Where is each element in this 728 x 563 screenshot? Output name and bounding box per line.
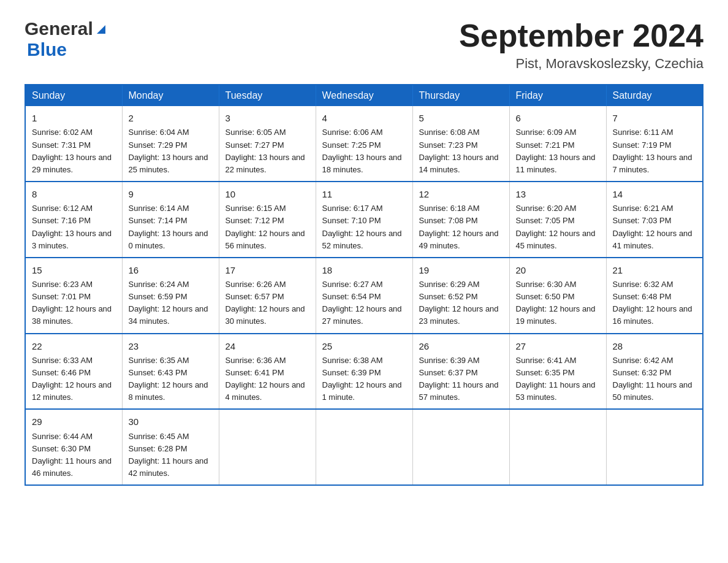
calendar-cell: 26Sunrise: 6:39 AMSunset: 6:37 PMDayligh… [412,334,509,410]
day-number: 27 [516,339,600,353]
calendar-cell: 22Sunrise: 6:33 AMSunset: 6:46 PMDayligh… [25,334,122,410]
calendar-header-row: SundayMondayTuesdayWednesdayThursdayFrid… [25,85,703,106]
calendar-cell: 29Sunrise: 6:44 AMSunset: 6:30 PMDayligh… [25,409,122,485]
day-number: 7 [613,111,697,125]
calendar-cell: 16Sunrise: 6:24 AMSunset: 6:59 PMDayligh… [122,258,219,334]
location-subtitle: Pist, Moravskoslezsky, Czechia [459,56,703,72]
day-number: 26 [419,339,503,353]
calendar-cell: 5Sunrise: 6:08 AMSunset: 7:23 PMDaylight… [412,106,509,182]
calendar-cell: 18Sunrise: 6:27 AMSunset: 6:54 PMDayligh… [316,258,412,334]
day-number: 5 [419,111,503,125]
col-header-friday: Friday [509,85,606,106]
calendar-cell: 10Sunrise: 6:15 AMSunset: 7:12 PMDayligh… [219,182,316,258]
title-section: September 2024 Pist, Moravskoslezsky, Cz… [459,18,703,72]
calendar-cell: 25Sunrise: 6:38 AMSunset: 6:39 PMDayligh… [316,334,412,410]
calendar-cell: 8Sunrise: 6:12 AMSunset: 7:16 PMDaylight… [25,182,122,258]
col-header-monday: Monday [122,85,219,106]
col-header-tuesday: Tuesday [219,85,316,106]
logo: General Blue [25,18,108,60]
day-number: 29 [32,415,116,429]
day-number: 2 [129,111,213,125]
logo-blue-text: Blue [27,39,67,59]
day-number: 1 [32,111,116,125]
day-number: 23 [129,339,213,353]
calendar-cell: 7Sunrise: 6:11 AMSunset: 7:19 PMDaylight… [606,106,703,182]
calendar-cell: 2Sunrise: 6:04 AMSunset: 7:29 PMDaylight… [122,106,219,182]
calendar-cell: 23Sunrise: 6:35 AMSunset: 6:43 PMDayligh… [122,334,219,410]
calendar-cell: 6Sunrise: 6:09 AMSunset: 7:21 PMDaylight… [509,106,606,182]
day-number: 20 [516,263,600,277]
calendar-cell [606,409,703,485]
calendar-week-row: 8Sunrise: 6:12 AMSunset: 7:16 PMDaylight… [25,182,703,258]
day-number: 10 [226,187,309,201]
day-number: 17 [226,263,309,277]
day-number: 30 [129,415,213,429]
day-number: 22 [32,339,116,353]
svg-marker-0 [97,25,105,34]
calendar-week-row: 15Sunrise: 6:23 AMSunset: 7:01 PMDayligh… [25,258,703,334]
day-number: 21 [613,263,697,277]
day-number: 14 [613,187,697,201]
calendar-cell: 30Sunrise: 6:45 AMSunset: 6:28 PMDayligh… [122,409,219,485]
calendar-week-row: 1Sunrise: 6:02 AMSunset: 7:31 PMDaylight… [25,106,703,182]
calendar-week-row: 29Sunrise: 6:44 AMSunset: 6:30 PMDayligh… [25,409,703,485]
calendar-cell [219,409,316,485]
calendar-cell: 4Sunrise: 6:06 AMSunset: 7:25 PMDaylight… [316,106,412,182]
calendar-cell [412,409,509,485]
col-header-saturday: Saturday [606,85,703,106]
calendar-cell [509,409,606,485]
day-number: 9 [129,187,213,201]
calendar-cell: 28Sunrise: 6:42 AMSunset: 6:32 PMDayligh… [606,334,703,410]
day-number: 25 [322,339,406,353]
day-number: 16 [129,263,213,277]
calendar-cell: 20Sunrise: 6:30 AMSunset: 6:50 PMDayligh… [509,258,606,334]
calendar-cell: 13Sunrise: 6:20 AMSunset: 7:05 PMDayligh… [509,182,606,258]
calendar-cell [316,409,412,485]
calendar-cell: 1Sunrise: 6:02 AMSunset: 7:31 PMDaylight… [25,106,122,182]
day-number: 3 [226,111,309,125]
day-number: 11 [322,187,406,201]
day-number: 13 [516,187,600,201]
calendar-cell: 15Sunrise: 6:23 AMSunset: 7:01 PMDayligh… [25,258,122,334]
calendar-cell: 11Sunrise: 6:17 AMSunset: 7:10 PMDayligh… [316,182,412,258]
page-header: General Blue September 2024 Pist, Moravs… [25,18,703,72]
day-number: 19 [419,263,503,277]
day-number: 6 [516,111,600,125]
day-number: 8 [32,187,116,201]
day-number: 24 [226,339,309,353]
calendar-cell: 14Sunrise: 6:21 AMSunset: 7:03 PMDayligh… [606,182,703,258]
calendar-cell: 9Sunrise: 6:14 AMSunset: 7:14 PMDaylight… [122,182,219,258]
col-header-thursday: Thursday [412,85,509,106]
logo-general-text: General [25,18,93,39]
day-number: 12 [419,187,503,201]
calendar-cell: 24Sunrise: 6:36 AMSunset: 6:41 PMDayligh… [219,334,316,410]
calendar-cell: 21Sunrise: 6:32 AMSunset: 6:48 PMDayligh… [606,258,703,334]
calendar-cell: 27Sunrise: 6:41 AMSunset: 6:35 PMDayligh… [509,334,606,410]
calendar-cell: 3Sunrise: 6:05 AMSunset: 7:27 PMDaylight… [219,106,316,182]
col-header-wednesday: Wednesday [316,85,412,106]
month-title: September 2024 [459,18,703,53]
day-number: 28 [613,339,697,353]
calendar-cell: 12Sunrise: 6:18 AMSunset: 7:08 PMDayligh… [412,182,509,258]
calendar-week-row: 22Sunrise: 6:33 AMSunset: 6:46 PMDayligh… [25,334,703,410]
col-header-sunday: Sunday [25,85,122,106]
logo-triangle-icon [94,23,108,36]
calendar-table: SundayMondayTuesdayWednesdayThursdayFrid… [25,84,703,486]
day-number: 15 [32,263,116,277]
calendar-cell: 19Sunrise: 6:29 AMSunset: 6:52 PMDayligh… [412,258,509,334]
day-number: 4 [322,111,406,125]
day-number: 18 [322,263,406,277]
calendar-cell: 17Sunrise: 6:26 AMSunset: 6:57 PMDayligh… [219,258,316,334]
